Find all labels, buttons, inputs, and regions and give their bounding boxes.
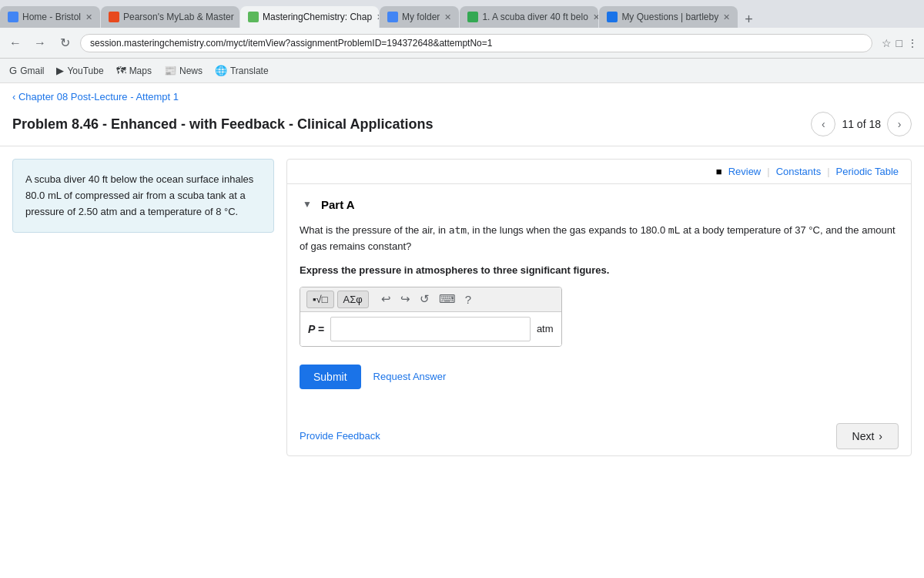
math-symbols-icon: ▪√□ xyxy=(313,294,328,305)
tab-home-close[interactable]: ✕ xyxy=(85,12,92,22)
tab-myfolder-label: My folder xyxy=(402,12,440,22)
math-input-wrapper: ▪√□ ΑΣφ ↩ ↪ ↺ ⌨ ? xyxy=(300,287,562,347)
menu-dots-icon[interactable]: ⋮ xyxy=(907,37,918,49)
submit-button[interactable]: Submit xyxy=(300,365,361,389)
next-label: Next xyxy=(852,430,875,442)
question-text: What is the pressure of the air, in atm,… xyxy=(300,223,899,255)
url-bar[interactable]: session.masteringchemistry.com/myct/item… xyxy=(80,34,872,52)
tab-icon-bartleby xyxy=(607,12,618,22)
next-chevron-icon: › xyxy=(879,430,882,442)
next-button[interactable]: Next › xyxy=(836,423,899,449)
tab-pearson-close[interactable]: ✕ xyxy=(239,12,239,22)
main-layout: A scuba diver 40 ft below the ocean surf… xyxy=(0,146,924,469)
gmail-icon: G xyxy=(9,65,17,76)
part-a-header: ▼ Part A xyxy=(300,197,899,212)
bookmarks-bar: G Gmail ▶ YouTube 🗺 Maps 📰 News 🌐 Transl… xyxy=(0,59,924,83)
tab-myfolder[interactable]: My folder ✕ xyxy=(380,6,459,28)
constants-link[interactable]: Constants xyxy=(776,166,822,177)
problem-header: Problem 8.46 - Enhanced - with Feedback … xyxy=(0,106,924,146)
bookmark-gmail[interactable]: G Gmail xyxy=(6,63,47,78)
tab-mastering-label: MasteringChemistry: Chap xyxy=(263,12,372,22)
bookmark-youtube[interactable]: ▶ YouTube xyxy=(53,63,106,78)
tab-mastering-close[interactable]: ✕ xyxy=(377,12,379,22)
nav-counter: ‹ 11 of 18 › xyxy=(811,112,912,136)
tab-scuba[interactable]: 1. A scuba diver 40 ft belo ✕ xyxy=(460,6,598,28)
context-text: A scuba diver 40 ft below the ocean surf… xyxy=(25,172,261,220)
back-button[interactable]: ← xyxy=(6,36,25,50)
bookmark-translate-label: Translate xyxy=(230,66,269,76)
tab-bartleby-label: My Questions | bartleby xyxy=(621,12,718,22)
periodic-table-link[interactable]: Periodic Table xyxy=(836,166,899,177)
tab-mastering[interactable]: MasteringChemistry: Chap ✕ xyxy=(240,6,379,28)
tab-home[interactable]: Home - Bristol ✕ xyxy=(0,6,100,28)
question-panel: ■ Review | Constants | Periodic Table ▼ … xyxy=(286,159,912,456)
sep1: | xyxy=(767,166,769,177)
bookmark-news-label: News xyxy=(179,66,203,76)
answer-input[interactable] xyxy=(330,317,531,341)
tab-pearson[interactable]: Pearson's MyLab & Master ✕ xyxy=(101,6,239,28)
bookmark-translate[interactable]: 🌐 Translate xyxy=(212,63,272,78)
greek-symbols-icon: ΑΣφ xyxy=(343,294,363,305)
help-button[interactable]: ? xyxy=(462,291,474,307)
tab-icon-pearson xyxy=(109,12,119,22)
resources-bar: ■ Review | Constants | Periodic Table xyxy=(287,160,911,184)
prev-problem-button[interactable]: ‹ xyxy=(811,112,835,136)
tab-icon-home xyxy=(8,12,18,22)
bookmark-gmail-label: Gmail xyxy=(20,66,44,76)
problem-counter: 11 of 18 xyxy=(842,118,881,130)
tab-bar: Home - Bristol ✕ Pearson's MyLab & Maste… xyxy=(0,0,924,28)
reset-button[interactable]: ↺ xyxy=(417,291,433,307)
redo-button[interactable]: ↪ xyxy=(397,291,413,307)
tab-scuba-close[interactable]: ✕ xyxy=(593,12,599,22)
bookmark-maps[interactable]: 🗺 Maps xyxy=(113,63,155,78)
review-link[interactable]: Review xyxy=(728,166,762,177)
express-instruction: Express the pressure in atmospheres to t… xyxy=(300,264,899,276)
breadcrumb-text: ‹ Chapter 08 Post-Lecture - Attempt 1 xyxy=(12,91,179,102)
review-icon: ■ xyxy=(716,166,722,177)
tab-icon-scuba xyxy=(467,12,478,22)
answer-row: P = atm xyxy=(300,312,561,346)
news-icon: 📰 xyxy=(164,65,176,76)
address-bar: ← → ↻ session.masteringchemistry.com/myc… xyxy=(0,28,924,59)
unit-label: atm xyxy=(537,323,554,334)
next-problem-button[interactable]: › xyxy=(887,112,912,136)
tab-home-label: Home - Bristol xyxy=(22,12,81,22)
math-symbols-button[interactable]: ▪√□ xyxy=(306,291,334,308)
collapse-button[interactable]: ▼ xyxy=(300,197,315,212)
tab-bartleby[interactable]: My Questions | bartleby ✕ xyxy=(599,6,738,28)
breadcrumb[interactable]: ‹ Chapter 08 Post-Lecture - Attempt 1 xyxy=(0,83,924,106)
part-a-section: ▼ Part A What is the pressure of the air… xyxy=(287,184,911,402)
bottom-row: Provide Feedback Next › xyxy=(287,408,911,455)
provide-feedback-link[interactable]: Provide Feedback xyxy=(300,430,380,442)
forward-button[interactable]: → xyxy=(31,36,49,50)
bookmark-star-icon[interactable]: ☆ xyxy=(882,37,892,49)
math-toolbar: ▪√□ ΑΣφ ↩ ↪ ↺ ⌨ ? xyxy=(300,287,561,312)
request-answer-link[interactable]: Request Answer xyxy=(373,371,447,382)
bookmark-maps-label: Maps xyxy=(129,66,152,76)
maps-icon: 🗺 xyxy=(116,65,126,76)
greek-symbols-button[interactable]: ΑΣφ xyxy=(337,291,369,308)
address-icons: ☆ □ ⋮ xyxy=(882,37,918,49)
tab-bartleby-close[interactable]: ✕ xyxy=(723,12,730,22)
tab-icon-mastering xyxy=(248,12,259,22)
new-tab-button[interactable]: + xyxy=(738,12,759,28)
p-equals-label: P = xyxy=(308,323,324,335)
page-content: ‹ Chapter 08 Post-Lecture - Attempt 1 Pr… xyxy=(0,83,924,578)
profile-icon[interactable]: □ xyxy=(896,37,902,49)
tab-icon-myfolder xyxy=(387,12,398,22)
undo-button[interactable]: ↩ xyxy=(378,291,394,307)
tab-myfolder-close[interactable]: ✕ xyxy=(444,12,451,22)
keyboard-button[interactable]: ⌨ xyxy=(436,291,459,307)
action-buttons: Submit Request Answer xyxy=(300,365,899,389)
problem-title: Problem 8.46 - Enhanced - with Feedback … xyxy=(12,116,433,133)
tab-pearson-label: Pearson's MyLab & Master xyxy=(123,12,234,22)
bookmark-youtube-label: YouTube xyxy=(67,66,103,76)
part-a-label: Part A xyxy=(321,198,355,211)
context-panel: A scuba diver 40 ft below the ocean surf… xyxy=(12,159,274,233)
sep2: | xyxy=(827,166,829,177)
tab-scuba-label: 1. A scuba diver 40 ft belo xyxy=(482,12,588,22)
refresh-button[interactable]: ↻ xyxy=(55,35,74,50)
youtube-icon: ▶ xyxy=(56,65,64,76)
bookmark-news[interactable]: 📰 News xyxy=(161,63,206,78)
url-text: session.masteringchemistry.com/myct/item… xyxy=(90,38,862,49)
